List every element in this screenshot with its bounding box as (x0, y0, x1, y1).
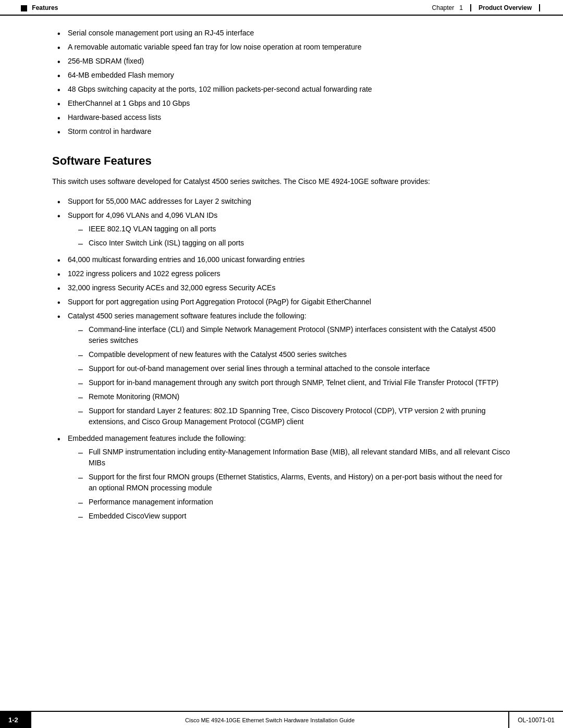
page-container: Features Chapter 1 Product Overview Seri… (0, 0, 563, 728)
list-item: Command-line interface (CLI) and Simple … (68, 323, 511, 348)
sub-bullet-list: IEEE 802.1Q VLAN tagging on all ports Ci… (68, 222, 511, 250)
list-item: Support for out-of-band management over … (68, 362, 511, 376)
list-item: Serial console management port using an … (52, 26, 511, 40)
list-item: Full SNMP instrumentation including enti… (68, 445, 511, 470)
list-item: Hardware-based access lists (52, 110, 511, 125)
sub-bullet-list: Command-line interface (CLI) and Simple … (68, 323, 511, 429)
list-item: Storm control in hardware (52, 125, 511, 139)
header-divider (470, 4, 471, 11)
page-footer: 1-2 Cisco ME 4924-10GE Ethernet Switch H… (0, 711, 563, 728)
bullet-text: Embedded management features include the… (68, 434, 246, 442)
list-item: Support for port aggregation using Port … (52, 295, 511, 309)
list-item: Support for standard Layer 2 features: 8… (68, 404, 511, 429)
list-item: Embedded CiscoView support (68, 509, 511, 523)
list-item: 64-MB embedded Flash memory (52, 68, 511, 82)
header-features: Features (21, 4, 58, 11)
list-item: Embedded management features include the… (52, 431, 511, 526)
header-features-label: Features (32, 4, 58, 11)
list-item: 48 Gbps switching capacity at the ports,… (52, 82, 511, 96)
content-area: Serial console management port using an … (0, 16, 563, 552)
software-intro: This switch uses software developed for … (52, 176, 511, 187)
header-chapter-label: Chapter (432, 4, 455, 11)
header-chapter: Chapter 1 Product Overview (432, 4, 542, 11)
header-chapter-number: 1 (459, 4, 463, 11)
list-item: 64,000 multicast forwarding entries and … (52, 253, 511, 267)
header-square-icon (21, 5, 27, 11)
footer-center-text: Cisco ME 4924-10GE Ethernet Switch Hardw… (31, 712, 508, 728)
list-item: 1022 ingress policers and 1022 egress po… (52, 267, 511, 281)
list-item: 32,000 ingress Security ACEs and 32,000 … (52, 281, 511, 295)
list-item: Support for 4,096 VLANs and 4,096 VLAN I… (52, 208, 511, 253)
bullet-text: Catalyst 4500 series management software… (68, 312, 307, 320)
list-item: Support for 55,000 MAC addresses for Lay… (52, 194, 511, 208)
header-section-label: Product Overview (479, 4, 532, 11)
bullet-text: Support for 4,096 VLANs and 4,096 VLAN I… (68, 211, 217, 219)
list-item: Remote Monitoring (RMON) (68, 390, 511, 404)
software-features-heading: Software Features (52, 154, 511, 168)
list-item: Performance management information (68, 495, 511, 509)
list-item: Support for the first four RMON groups (… (68, 470, 511, 495)
software-bullet-list: Support for 55,000 MAC addresses for Lay… (52, 194, 511, 526)
hardware-bullet-list: Serial console management port using an … (52, 26, 511, 139)
page-header: Features Chapter 1 Product Overview (0, 0, 563, 16)
list-item: 256-MB SDRAM (fixed) (52, 54, 511, 68)
list-item: IEEE 802.1Q VLAN tagging on all ports (68, 222, 511, 236)
list-item: Compatible development of new features w… (68, 348, 511, 362)
list-item: A removable automatic variable speed fan… (52, 40, 511, 54)
sub-bullet-list: Full SNMP instrumentation including enti… (68, 445, 511, 523)
footer-page-number: 1-2 (0, 712, 31, 728)
list-item: EtherChannel at 1 Gbps and 10 Gbps (52, 96, 511, 110)
footer-right-text: OL-10071-01 (508, 712, 563, 728)
list-item: Support for in-band management through a… (68, 376, 511, 390)
list-item: Catalyst 4500 series management software… (52, 309, 511, 431)
list-item: Cisco Inter Switch Link (ISL) tagging on… (68, 236, 511, 250)
header-divider-right (539, 4, 540, 11)
